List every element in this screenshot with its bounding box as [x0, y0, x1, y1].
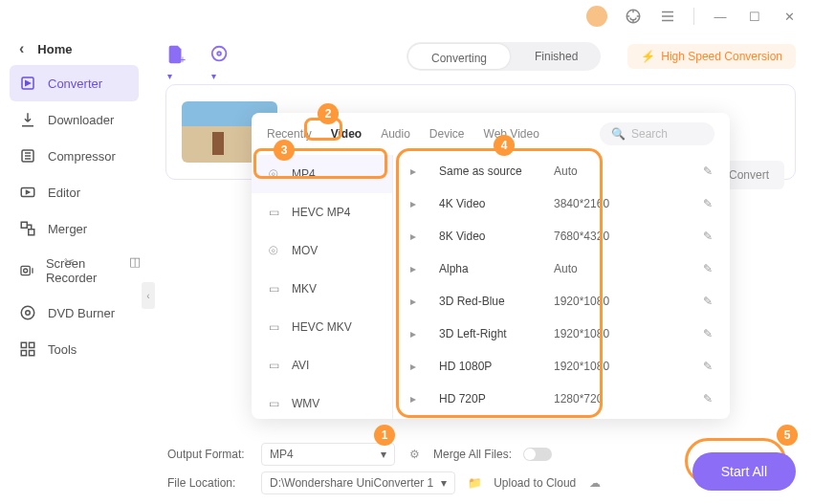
search-icon: 🔍 — [611, 127, 626, 141]
tab-audio[interactable]: Audio — [381, 123, 410, 144]
edit-preset-icon[interactable]: ✎ — [703, 164, 713, 178]
merge-toggle[interactable] — [523, 448, 552, 461]
format-icon: ▭ — [265, 318, 282, 336]
crop-icon[interactable]: ◫ — [129, 254, 148, 274]
download-icon — [19, 111, 36, 128]
preset-icon: ▸ — [410, 295, 429, 308]
tools-icon — [19, 340, 36, 358]
badge-1: 1 — [374, 425, 395, 446]
format-label: MKV — [292, 282, 317, 296]
preset-name: Alpha — [439, 262, 554, 275]
edit-preset-icon[interactable]: ✎ — [703, 197, 713, 210]
preset-res: Auto — [554, 164, 640, 178]
svg-rect-13 — [30, 351, 34, 356]
segmented-control: Converting Finished — [406, 42, 601, 71]
output-format-label: Output Format: — [167, 448, 250, 461]
format-mov[interactable]: ⦾MOV — [252, 231, 392, 270]
preset-icon: ▸ — [410, 230, 429, 243]
preset-name: Same as source — [439, 164, 554, 178]
edit-preset-icon[interactable]: ✎ — [703, 230, 713, 243]
format-label: HEVC MP4 — [292, 206, 350, 219]
tab-video[interactable]: Video — [331, 123, 362, 144]
sidebar-item-label: Tools — [48, 342, 77, 357]
start-all-label: Start All — [721, 464, 767, 479]
preset-res: Auto — [554, 262, 640, 275]
file-location-value: D:\Wondershare UniConverter 1 — [270, 476, 433, 490]
svg-rect-5 — [29, 230, 34, 235]
file-location-select[interactable]: D:\Wondershare UniConverter 1▾ — [261, 471, 455, 494]
tab-device[interactable]: Device — [429, 123, 465, 144]
output-format-select[interactable]: MP4▾ — [261, 443, 395, 466]
format-label: MP4 — [292, 167, 316, 181]
format-mp4[interactable]: ⦾MP4 — [252, 155, 392, 193]
close-button[interactable]: ✕ — [780, 8, 798, 25]
preset-row[interactable]: ▸4K Video3840*2160✎ — [393, 187, 730, 220]
folder-icon[interactable]: 📁 — [467, 475, 482, 491]
tab-finished[interactable]: Finished — [512, 42, 601, 71]
edit-preset-icon[interactable]: ✎ — [703, 295, 713, 308]
sidebar-item-downloader[interactable]: Downloader — [10, 101, 139, 138]
minimize-button[interactable]: — — [712, 8, 729, 25]
preset-row[interactable]: ▸3D Red-Blue1920*1080✎ — [393, 285, 730, 318]
format-icon: ▭ — [265, 280, 282, 297]
home-nav[interactable]: ‹ Home — [10, 33, 139, 65]
trim-icon[interactable]: ✂ — [64, 254, 83, 274]
search-placeholder: Search — [631, 127, 668, 141]
format-hevcmp4[interactable]: ▭HEVC MP4 — [252, 193, 392, 231]
svg-rect-12 — [21, 351, 26, 356]
preset-row[interactable]: ▸AlphaAuto✎ — [393, 252, 730, 285]
start-all-button[interactable]: Start All — [692, 452, 796, 491]
preset-row[interactable]: ▸Same as sourceAuto✎ — [393, 155, 730, 187]
format-wmv[interactable]: ▭WMV — [252, 384, 392, 419]
format-hevcmkv[interactable]: ▭HEVC MKV — [252, 308, 392, 346]
support-icon[interactable] — [625, 8, 642, 25]
format-mkv[interactable]: ▭MKV — [252, 270, 392, 308]
preset-row[interactable]: ▸HD 720P1280*720✎ — [393, 383, 730, 415]
chevron-down-icon: ▾ — [441, 476, 447, 490]
preset-res: 7680*4320 — [554, 230, 640, 243]
separator — [693, 8, 694, 25]
maximize-button[interactable]: ☐ — [746, 8, 763, 25]
sidebar-item-tools[interactable]: Tools — [10, 331, 139, 367]
badge-2: 2 — [318, 103, 339, 124]
edit-preset-icon[interactable]: ✎ — [703, 360, 713, 373]
format-icon: ▭ — [265, 395, 282, 412]
svg-point-15 — [212, 47, 227, 61]
avatar[interactable] — [586, 6, 607, 27]
format-avi[interactable]: ▭AVI — [252, 346, 392, 384]
format-label: WMV — [292, 397, 319, 410]
sidebar-item-label: Downloader — [48, 113, 114, 127]
preset-row[interactable]: ▸8K Video7680*4320✎ — [393, 220, 730, 252]
cloud-icon[interactable]: ☁ — [587, 475, 603, 491]
preset-row[interactable]: ▸3D Left-Right1920*1080✎ — [393, 318, 730, 350]
preset-name: 3D Left-Right — [439, 327, 554, 340]
search-input[interactable]: 🔍 Search — [600, 122, 714, 145]
sidebar-item-compressor[interactable]: Compressor — [10, 138, 139, 174]
add-dvd-button[interactable]: ▾ — [209, 44, 234, 69]
edit-preset-icon[interactable]: ✎ — [703, 392, 713, 405]
svg-rect-6 — [21, 266, 30, 274]
preset-row[interactable]: ▸HD 1080P1920*1080✎ — [393, 350, 730, 383]
format-label: MOV — [292, 244, 318, 257]
high-speed-button[interactable]: ⚡ High Speed Conversion — [627, 44, 796, 69]
menu-icon[interactable] — [659, 8, 676, 25]
sidebar-item-burner[interactable]: DVD Burner — [10, 295, 139, 331]
sidebar-item-converter[interactable]: Converter — [10, 65, 139, 101]
edit-preset-icon[interactable]: ✎ — [703, 262, 713, 275]
file-location-label: File Location: — [167, 476, 250, 490]
edit-icon — [19, 184, 36, 201]
format-label: AVI — [292, 359, 309, 372]
format-icon: ▭ — [265, 357, 282, 374]
high-speed-label: High Speed Conversion — [661, 50, 782, 63]
sidebar-item-label: Compressor — [48, 149, 116, 164]
preset-res: 1280*720 — [554, 392, 640, 405]
preset-icon: ▸ — [410, 197, 429, 210]
preset-icon: ▸ — [410, 327, 429, 340]
preset-icon: ▸ — [410, 360, 429, 373]
edit-preset-icon[interactable]: ✎ — [703, 327, 713, 340]
svg-point-8 — [21, 306, 34, 319]
preset-icon: ▸ — [410, 164, 429, 178]
add-file-button[interactable]: +▾ — [165, 44, 190, 69]
tab-converting[interactable]: Converting — [408, 44, 510, 69]
settings-icon[interactable]: ⚙ — [406, 447, 422, 462]
